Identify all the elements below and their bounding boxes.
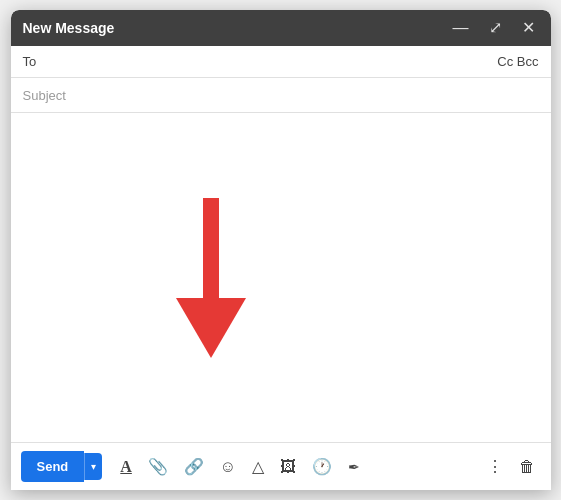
formatting-icon: A — [120, 459, 132, 475]
to-row: To Cc Bcc — [11, 46, 551, 78]
formatting-icon-button[interactable]: A — [114, 453, 138, 481]
minimize-button[interactable]: — — [449, 18, 473, 38]
window-controls: — ⤢ ✕ — [449, 18, 539, 38]
title-bar: New Message — ⤢ ✕ — [11, 10, 551, 46]
delete-button[interactable]: 🗑 — [513, 453, 541, 481]
send-dropdown-button[interactable]: ▾ — [84, 453, 102, 480]
attach-button[interactable]: 📎 — [142, 453, 174, 481]
send-button-group: Send ▾ — [21, 451, 103, 482]
link-button[interactable]: 🔗 — [178, 453, 210, 481]
signature-icon: ✒ — [348, 460, 360, 474]
delete-icon: 🗑 — [519, 459, 535, 475]
signature-button[interactable]: ✒ — [342, 454, 366, 480]
to-label: To — [23, 54, 37, 69]
body-textarea[interactable] — [11, 113, 551, 442]
compose-toolbar: Send ▾ A 📎 🔗 ☺ △ 🖼 🕐 — [11, 442, 551, 490]
link-icon: 🔗 — [184, 459, 204, 475]
window-title: New Message — [23, 20, 115, 36]
emoji-icon: ☺ — [220, 459, 236, 475]
close-button[interactable]: ✕ — [518, 18, 539, 38]
more-options-button[interactable]: ⋮ — [481, 453, 509, 481]
emoji-button[interactable]: ☺ — [214, 453, 242, 481]
schedule-icon: 🕐 — [312, 459, 332, 475]
expand-button[interactable]: ⤢ — [485, 18, 506, 38]
more-options-icon: ⋮ — [487, 459, 503, 475]
photo-button[interactable]: 🖼 — [274, 453, 302, 481]
subject-input[interactable] — [23, 88, 539, 103]
schedule-button[interactable]: 🕐 — [306, 453, 338, 481]
compose-window: New Message — ⤢ ✕ To Cc Bcc Send — [11, 10, 551, 490]
cc-bcc-button[interactable]: Cc Bcc — [497, 54, 538, 69]
body-area — [11, 113, 551, 442]
drive-button[interactable]: △ — [246, 453, 270, 481]
to-input[interactable] — [42, 54, 497, 69]
drive-icon: △ — [252, 459, 264, 475]
attach-icon: 📎 — [148, 459, 168, 475]
send-button[interactable]: Send — [21, 451, 85, 482]
subject-row — [11, 78, 551, 113]
photo-icon: 🖼 — [280, 459, 296, 475]
